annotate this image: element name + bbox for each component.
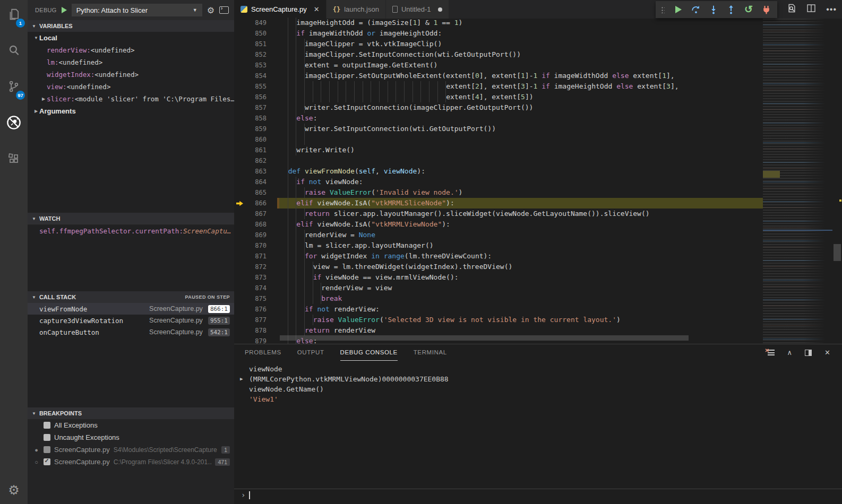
breakpoint-checkbox[interactable]: [44, 458, 50, 465]
start-debug-icon[interactable]: [62, 7, 67, 13]
tab-launch.json[interactable]: {}launch.json: [327, 0, 385, 19]
step-into-icon[interactable]: [709, 5, 718, 14]
watch-section-header[interactable]: ▼ WATCH: [28, 213, 234, 224]
watch-row[interactable]: self.ffmpegPathSelector.currentPath: Scr…: [28, 225, 234, 237]
variable-row[interactable]: widgetIndex: <undefined>: [28, 68, 234, 81]
close-icon[interactable]: ✕: [314, 5, 320, 13]
breakpoints-section-header[interactable]: ▼ BREAKPOINTS: [28, 407, 234, 419]
code-line[interactable]: 854imageClipper.SetOutputWholeExtent(ext…: [234, 71, 763, 81]
code-line[interactable]: 877raise ValueError('Selected 3D view is…: [234, 315, 763, 325]
code-line[interactable]: 873if viewNode == view.mrmlViewNode():: [234, 272, 763, 283]
tab-Untitled-1[interactable]: Untitled-1: [386, 0, 449, 19]
debug-console-toggle-icon[interactable]: [219, 6, 229, 14]
indent-guide: [280, 325, 305, 336]
scrollbar-thumb[interactable]: [834, 244, 841, 261]
breakpoint-row[interactable]: All Exceptions: [28, 419, 234, 431]
code-line[interactable]: 849imageHeightOdd = (imageSize[1] & 1 ==…: [234, 18, 763, 28]
breakpoint-row[interactable]: Uncaught Exceptions: [28, 431, 234, 444]
console-row[interactable]: viewNode: [234, 364, 842, 374]
activity-bar: 1 97 ⚙: [0, 0, 28, 504]
code-line[interactable]: 851imageClipper = vtk.vtkImageClip(): [234, 39, 763, 49]
debug-console-input[interactable]: ›: [234, 489, 842, 501]
variable-value: <undefined>: [67, 83, 111, 91]
code-line[interactable]: 874renderView = view: [234, 283, 763, 293]
clear-console-icon[interactable]: ✕: [768, 350, 775, 355]
code-line[interactable]: 852imageClipper.SetInputConnection(wti.G…: [234, 49, 763, 60]
sidebar-item-explorer[interactable]: 1: [0, 2, 28, 29]
code-line[interactable]: 867return slicer.app.layoutManager().sli…: [234, 208, 763, 219]
code-line[interactable]: 864if not viewNode:: [234, 177, 763, 187]
disconnect-icon[interactable]: [761, 5, 771, 14]
code-line[interactable]: 856extent[4], extent[5]): [234, 92, 763, 102]
debug-config-select[interactable]: Python: Attach to Slicer ▼: [72, 4, 202, 16]
sidebar-item-source-control[interactable]: 97: [0, 74, 28, 101]
variables-scope-row[interactable]: ▼Local: [28, 32, 234, 44]
code-line[interactable]: 871for widgetIndex in range(lm.threeDVie…: [234, 251, 763, 262]
code-line[interactable]: 857writer.SetInputConnection(imageClippe…: [234, 102, 763, 113]
restart-icon[interactable]: ↺: [744, 5, 753, 14]
console-row[interactable]: 'View1': [234, 394, 842, 404]
stack-frame-row[interactable]: capture3dViewRotationScreenCapture.py955…: [28, 315, 234, 326]
maximize-panel-icon[interactable]: ∧: [787, 349, 793, 357]
panel-tab-output[interactable]: OUTPUT: [297, 344, 324, 361]
sidebar-item-extensions[interactable]: [0, 146, 28, 173]
breakpoint-row[interactable]: ○ScreenCapture.pyC:\Program Files\Slicer…: [28, 456, 234, 468]
step-out-icon[interactable]: [726, 5, 736, 14]
code-line[interactable]: 862: [234, 155, 763, 166]
continue-icon[interactable]: [674, 5, 683, 14]
sidebar-item-search[interactable]: [0, 38, 28, 65]
code-line[interactable]: 860: [234, 134, 763, 145]
drag-grip-icon[interactable]: [661, 6, 665, 13]
panel-tab-terminal[interactable]: TERMINAL: [414, 344, 447, 361]
stack-frame-row[interactable]: onCaptureButtonScreenCapture.py542:1: [28, 326, 234, 338]
stack-frame-row[interactable]: viewFromNodeScreenCapture.py866:1: [28, 303, 234, 315]
variables-section-header[interactable]: ▼ VARIABLES: [28, 20, 234, 32]
sidebar-item-debug[interactable]: [0, 110, 28, 137]
code-line[interactable]: 878return renderView: [234, 325, 763, 336]
code-line[interactable]: 863def viewFromNode(self, viewNode):: [234, 166, 763, 177]
step-over-icon[interactable]: [691, 5, 701, 14]
breakpoint-checkbox[interactable]: [44, 446, 50, 453]
tab-ScreenCapture.py[interactable]: ScreenCapture.py✕: [234, 0, 326, 19]
code-line[interactable]: 872view = lm.threeDWidget(widgetIndex).t…: [234, 262, 763, 272]
breakpoint-checkbox[interactable]: [44, 422, 50, 429]
call-stack-section-header[interactable]: ▼ CALL STACK PAUSED ON STEP: [28, 291, 234, 303]
twisty-icon: ▼: [33, 36, 39, 40]
debug-settings-gear-icon[interactable]: ⚙: [207, 5, 214, 15]
open-preview-icon[interactable]: [787, 4, 796, 15]
minimap[interactable]: [763, 19, 832, 344]
panel-tab-debug-console[interactable]: DEBUG CONSOLE: [340, 344, 398, 361]
variable-row[interactable]: ▶slicer: <module 'slicer' from 'C:\Progr…: [28, 93, 234, 105]
code-line[interactable]: 855extent[2], extent[3]-1 if imageHeight…: [234, 81, 763, 92]
code-line[interactable]: 869renderView = None: [234, 230, 763, 240]
code-line[interactable]: 853extent = outputImage.GetExtent(): [234, 60, 763, 71]
panel-tab-problems[interactable]: PROBLEMS: [245, 344, 281, 361]
code-line[interactable]: 858else:: [234, 113, 763, 124]
split-editor-icon[interactable]: [807, 4, 815, 14]
more-actions-icon[interactable]: •••: [826, 5, 837, 14]
code-line[interactable]: 868elif viewNode.IsA("vtkMRMLViewNode"):: [234, 219, 763, 230]
code-line[interactable]: 850if imageWidthOdd or imageHeightOdd:: [234, 28, 763, 39]
variable-row[interactable]: lm: <undefined>: [28, 56, 234, 68]
code-editor[interactable]: 849imageHeightOdd = (imageSize[1] & 1 ==…: [234, 18, 763, 344]
code-line[interactable]: 870lm = slicer.app.layoutManager(): [234, 240, 763, 251]
console-row[interactable]: viewNode.GetName(): [234, 384, 842, 394]
code-line[interactable]: 875break: [234, 293, 763, 304]
breakpoint-row[interactable]: ●ScreenCapture.pyS4\Modules\Scripted\Scr…: [28, 444, 234, 456]
horizontal-scrollbar[interactable]: [280, 335, 689, 341]
code-line[interactable]: 866elif viewNode.IsA("vtkMRMLSliceNode")…: [234, 198, 763, 208]
settings-gear-icon[interactable]: ⚙: [8, 483, 20, 498]
close-panel-icon[interactable]: ✕: [824, 349, 830, 357]
code-line[interactable]: 865raise ValueError('Invalid view node.'…: [234, 187, 763, 198]
code-line[interactable]: 861writer.Write(): [234, 145, 763, 155]
expand-arrow-icon[interactable]: ▶: [240, 374, 243, 384]
console-row[interactable]: ▶(MRMLCorePython.vtkMRMLViewNode)0000000…: [234, 374, 842, 384]
variables-scope-row[interactable]: ▶Arguments: [28, 105, 234, 117]
breakpoint-checkbox[interactable]: [44, 434, 50, 441]
variable-row[interactable]: renderView: <undefined>: [28, 44, 234, 56]
code-line[interactable]: 859writer.SetInputConnection(wti.GetOutp…: [234, 124, 763, 134]
vertical-scrollbar[interactable]: [832, 19, 842, 344]
variable-row[interactable]: view: <undefined>: [28, 81, 234, 93]
move-panel-icon[interactable]: [805, 350, 812, 356]
code-line[interactable]: 876if not renderView:: [234, 304, 763, 315]
